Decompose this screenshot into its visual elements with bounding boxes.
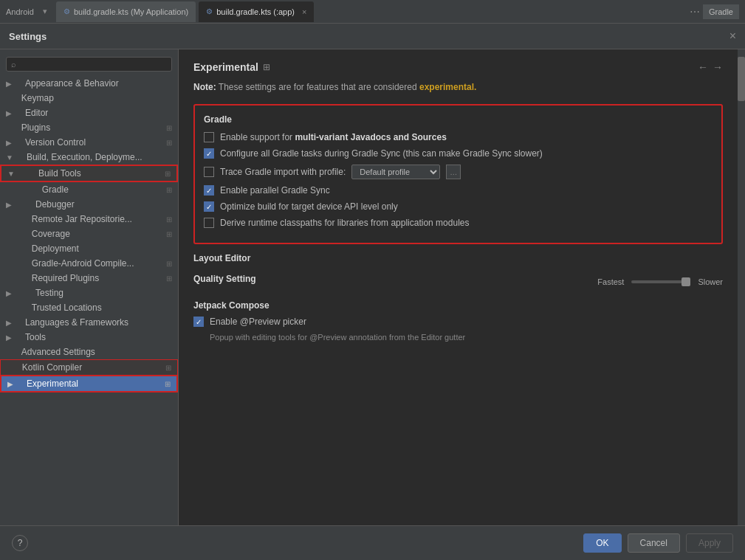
tab1-icon: ⚙ <box>63 7 70 15</box>
tab1[interactable]: ⚙ build.gradle.kts (My Application) <box>56 1 196 22</box>
tab2-close[interactable]: × <box>302 7 306 16</box>
tab2-label: build.gradle.kts (:app) <box>216 7 295 16</box>
settings-dialog: Settings × ⌕ ▶ Appearance & Behavior Key… <box>0 24 745 43</box>
gradle-panel-label: Gradle <box>703 4 739 19</box>
tab2-icon: ⚙ <box>206 7 213 15</box>
dialog-title: Settings <box>9 31 47 42</box>
dialog-close-button[interactable]: × <box>729 30 736 43</box>
dialog-header: Settings × <box>0 24 745 43</box>
android-label[interactable]: Android <box>6 7 34 16</box>
tab1-label: build.gradle.kts (My Application) <box>74 7 188 16</box>
top-tab-bar: Android ▾ ⚙ build.gradle.kts (My Applica… <box>0 0 745 24</box>
android-dropdown-icon[interactable]: ▾ <box>43 7 47 16</box>
tab2[interactable]: ⚙ build.gradle.kts (:app) × <box>199 1 314 22</box>
top-bar-menu[interactable]: ⋯ <box>690 6 700 18</box>
